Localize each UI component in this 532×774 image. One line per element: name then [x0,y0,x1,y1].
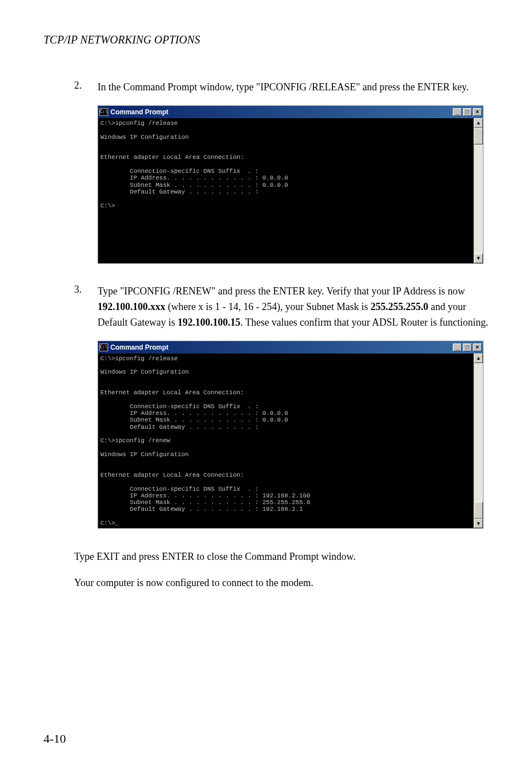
cmd-output-2: C:\>ipconfig /release Windows IP Configu… [98,354,473,529]
minimize-button[interactable]: _ [453,344,462,351]
step-2-number: 2. [74,80,98,95]
header-part4: PTIONS [162,33,200,46]
titlebar-1: C:\ Command Prompt _ □ × [98,106,483,118]
titlebar-title-2: Command Prompt [110,344,453,351]
scrollbar-1[interactable]: ▲ ▼ [473,118,483,263]
window-controls-2: _ □ × [453,344,482,351]
close-button[interactable]: × [473,344,482,351]
header-part2: ETWORKING [88,33,151,46]
window-controls-1: _ □ × [453,108,482,116]
cmd-icon: C:\ [99,108,108,116]
page-header: TCP/IP NETWORKING OPTIONS [43,33,489,46]
scroll-up-button[interactable]: ▲ [474,354,483,363]
step-3: 3. Type "IPCONFIG /RENEW" and press the … [74,284,489,331]
step3-a: Type "IPCONFIG /RENEW" and press the ENT… [98,286,465,297]
step-2-text: In the Command Prompt window, type "IPCO… [98,80,468,95]
scroll-down-button[interactable]: ▼ [474,254,483,263]
step3-ip: 192.100.100.xxx [98,301,166,312]
header-part1: TCP/IP N [43,33,88,46]
command-prompt-window-1: C:\ Command Prompt _ □ × C:\>ipconfig /r… [98,105,483,264]
command-prompt-window-2: C:\ Command Prompt _ □ × C:\>ipconfig /r… [98,341,483,529]
close-button[interactable]: × [473,108,482,116]
step3-d: . These values confirm that your ADSL Ro… [240,317,488,328]
header-part3: O [152,33,162,46]
step3-gw: 192.100.100.15 [177,317,240,328]
step3-mask: 255.255.255.0 [370,301,428,312]
titlebar-title-1: Command Prompt [110,108,453,116]
scrollbar-2[interactable]: ▲ ▼ [473,354,483,529]
titlebar-2: C:\ Command Prompt _ □ × [98,341,483,354]
scroll-up-button[interactable]: ▲ [474,118,483,128]
exit-paragraph: Type EXIT and press ENTER to close the C… [74,549,489,565]
done-paragraph: Your computer is now configured to conne… [74,575,489,591]
cmd-output-1: C:\>ipconfig /release Windows IP Configu… [98,118,473,263]
step-2: 2. In the Command Prompt window, type "I… [74,80,489,95]
maximize-button[interactable]: □ [463,108,472,116]
step-3-text: Type "IPCONFIG /RENEW" and press the ENT… [98,284,489,331]
scroll-thumb[interactable] [474,502,483,519]
step-3-number: 3. [74,284,98,331]
step3-b: (where x is 1 - 14, 16 - 254), your Subn… [166,301,371,312]
scroll-down-button[interactable]: ▼ [474,519,483,528]
page-number: 4-10 [43,732,66,746]
scroll-thumb[interactable] [474,128,483,144]
minimize-button[interactable]: _ [453,108,462,116]
cmd-icon: C:\ [99,344,108,351]
scroll-track[interactable] [474,363,483,502]
scroll-track[interactable] [474,144,483,254]
maximize-button[interactable]: □ [463,344,472,351]
